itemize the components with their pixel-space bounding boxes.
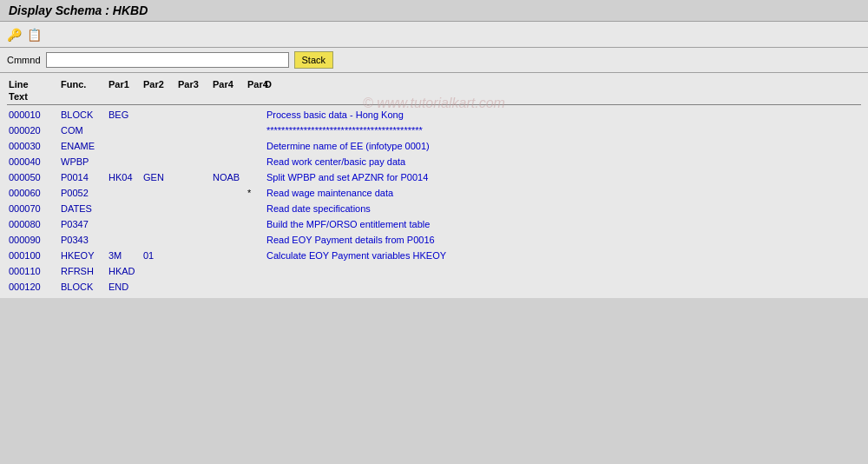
table-row[interactable]: 000120 BLOCK END — [7, 279, 861, 295]
cell-text: Read wage maintenance data — [263, 187, 861, 199]
cell-par1 — [107, 161, 141, 162]
cell-par3 — [176, 223, 211, 225]
cell-par4 — [211, 270, 246, 272]
cell-par4 — [211, 286, 246, 288]
table-row[interactable]: 000030 ENAME Determine name of EE (infot… — [7, 138, 861, 154]
cell-par3 — [176, 270, 211, 272]
table-row[interactable]: 000050 P0014 HK04 GEN NOAB Split WPBP an… — [7, 169, 861, 185]
cell-text — [263, 270, 861, 272]
cell-par4 — [211, 208, 246, 209]
cell-par4: NOAB — [211, 171, 246, 183]
cell-d — [246, 176, 263, 178]
header-par3: Par3 — [176, 78, 211, 90]
cell-func: P0343 — [59, 234, 107, 246]
table-row[interactable]: 000110 RFRSH HKAD — [7, 263, 861, 279]
cell-d — [246, 208, 263, 209]
cell-line: 000030 — [7, 140, 59, 152]
cell-par2 — [141, 192, 176, 194]
cell-par3 — [176, 286, 211, 288]
cell-line: 000110 — [7, 265, 59, 277]
cell-par1 — [107, 223, 141, 225]
cell-func: BLOCK — [59, 281, 107, 293]
cell-par4 — [211, 129, 246, 131]
cell-func: HKEOY — [59, 249, 107, 262]
toolbar: 🔑 📋 — [0, 22, 868, 48]
cell-d — [246, 286, 263, 288]
cell-d — [246, 145, 263, 147]
table-row[interactable]: 000060 P0052 * Read wage maintenance dat… — [7, 185, 861, 201]
cell-par4 — [211, 255, 246, 256]
cell-d: * — [246, 187, 263, 199]
cell-func: ENAME — [59, 140, 107, 152]
command-input[interactable] — [46, 52, 289, 68]
title-bar: Display Schema : HKBD — [0, 0, 868, 22]
cell-par3 — [176, 176, 211, 178]
cell-par4 — [211, 223, 246, 225]
cell-func: COM — [59, 124, 107, 136]
cell-par2: GEN — [141, 171, 176, 183]
cell-line: 000040 — [7, 156, 59, 168]
key-icon[interactable]: 🔑 — [7, 28, 22, 42]
cell-par1: HKAD — [107, 265, 141, 277]
header-par2: Par2 — [141, 78, 176, 90]
cell-d — [246, 114, 263, 116]
cell-text — [263, 286, 861, 288]
cell-par3 — [176, 192, 211, 194]
cell-par3 — [176, 208, 211, 209]
cell-d — [246, 161, 263, 162]
table-row[interactable]: 000090 P0343 Read EOY Payment details fr… — [7, 232, 861, 248]
table-row[interactable]: 000020 COM *****************************… — [7, 123, 861, 138]
cell-text: Process basic data - Hong Kong — [263, 109, 861, 121]
cell-par2 — [141, 161, 176, 162]
cell-par3 — [176, 145, 211, 147]
header-text: Text — [7, 90, 59, 103]
page-title: Display Schema : HKBD — [9, 3, 148, 17]
cell-line: 000020 — [7, 124, 59, 136]
table-header: Line Func. Par1 Par2 Par3 Par4 Par4DText — [7, 76, 861, 105]
cell-d — [246, 239, 263, 241]
header-par4: Par4 — [246, 78, 263, 90]
cell-par2 — [141, 270, 176, 272]
cell-par2 — [141, 129, 176, 131]
cell-func: RFRSH — [59, 265, 107, 277]
cell-par4 — [211, 145, 246, 147]
cell-text: Read work center/basic pay data — [263, 156, 861, 168]
cell-par3 — [176, 161, 211, 162]
cell-d — [246, 129, 263, 131]
table-row[interactable]: 000010 BLOCK BEG Process basic data - Ho… — [7, 107, 861, 123]
cell-par1: HK04 — [107, 171, 141, 183]
cell-par1 — [107, 129, 141, 131]
cell-text: Build the MPF/ORSO entitlement table — [263, 218, 861, 230]
cell-text: Determine name of EE (infotype 0001) — [263, 140, 861, 152]
header-par4: Par4 — [211, 78, 246, 90]
stack-button[interactable]: Stack — [294, 51, 334, 69]
cell-func: P0347 — [59, 218, 107, 230]
cell-par1 — [107, 192, 141, 194]
cell-par1: BEG — [107, 109, 141, 121]
cell-d — [246, 223, 263, 225]
cell-par1 — [107, 208, 141, 209]
command-label: Cmmnd — [7, 55, 41, 65]
clipboard-icon[interactable]: 📋 — [27, 28, 42, 42]
cell-par2 — [141, 114, 176, 116]
cell-line: 000060 — [7, 187, 59, 199]
cell-par4 — [211, 161, 246, 162]
cell-line: 000120 — [7, 281, 59, 293]
cell-d — [246, 270, 263, 272]
cell-func: BLOCK — [59, 109, 107, 121]
cell-line: 000070 — [7, 202, 59, 215]
cell-par4 — [211, 114, 246, 116]
table-row[interactable]: 000080 P0347 Build the MPF/ORSO entitlem… — [7, 216, 861, 232]
cell-par2: 01 — [141, 249, 176, 262]
cell-func: WPBP — [59, 156, 107, 168]
header-func: Func. — [59, 78, 107, 90]
cell-line: 000090 — [7, 234, 59, 246]
cell-func: P0014 — [59, 171, 107, 183]
table-body: 000010 BLOCK BEG Process basic data - Ho… — [7, 107, 861, 295]
cell-par2 — [141, 286, 176, 288]
table-row[interactable]: 000070 DATES Read date specifications — [7, 201, 861, 216]
cell-par3 — [176, 255, 211, 256]
table-row[interactable]: 000100 HKEOY 3M 01 Calculate EOY Payment… — [7, 248, 861, 263]
table-row[interactable]: 000040 WPBP Read work center/basic pay d… — [7, 154, 861, 169]
header-par1: Par1 — [107, 78, 141, 90]
